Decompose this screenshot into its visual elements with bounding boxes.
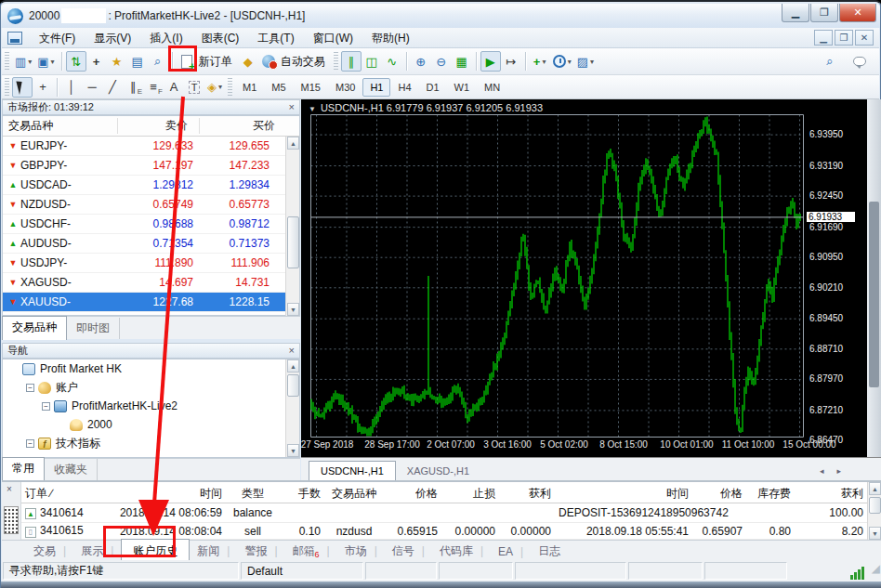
restore-button[interactable]: ❐ [810,4,838,22]
collapse-icon[interactable]: − [42,402,50,411]
scroll-down-button[interactable]: ▼ [869,527,881,540]
market-watch-row[interactable]: ▼USDJPY-111.890111.906 [3,254,299,273]
chart-tab-USDCNH-,H1[interactable]: USDCNH-,H1 [309,461,396,480]
market-watch-row[interactable]: ▲AUDUSD-0.713540.71373 [3,234,299,254]
toolbar-grip[interactable] [5,78,9,97]
terminal-tab-信号[interactable]: 信号| [385,541,432,562]
scroll-thumb[interactable] [287,374,299,397]
market-watch-row[interactable]: ▼GBPJPY-147.197147.233 [3,156,299,176]
bar-chart-button[interactable]: ∥ [341,51,362,72]
terminal-tab-邮箱[interactable]: 邮箱6| [285,541,337,562]
trendline-button[interactable]: ╱ [102,77,123,98]
terminal-button[interactable]: ▤ [127,51,148,72]
crosshair-button[interactable]: + [33,77,53,98]
market-watch-row[interactable]: ▼XAGUSD-14.69714.731 [3,273,299,293]
menu-item-t[interactable]: 工具(T) [248,29,303,47]
navigator-tab-收藏夹[interactable]: 收藏夹 [45,459,98,480]
templates-button[interactable]: ▨▾ [574,51,597,72]
column-止损[interactable]: 止损 [441,486,499,502]
chart-shift-button[interactable]: ↦ [501,51,521,72]
indicators-button[interactable]: +▾ [530,51,550,72]
scroll-up-button[interactable]: ▲ [869,482,881,495]
child-minimize-button[interactable]: ▁ [814,30,833,46]
timeframe-m30[interactable]: M30 [328,78,362,97]
horizontal-line-button[interactable]: ─ [82,77,102,98]
column-获利[interactable]: 获利 [499,486,555,502]
column-时间[interactable]: 时间 [555,486,692,502]
menu-item-v[interactable]: 显示(V) [85,29,140,47]
market-watch-tab-交易品种[interactable]: 交易品种 [2,316,67,340]
close-button[interactable]: ✕ [839,4,876,22]
column-类型[interactable]: 类型 [226,486,280,502]
tab-scroll-left-icon[interactable]: ◂ [820,466,837,476]
shapes-button[interactable]: ◈▾ [204,77,225,98]
autotrading-button[interactable] [258,51,279,72]
tab-scroll-right-icon[interactable]: ▸ [836,466,854,476]
minimize-button[interactable]: ▁ [782,4,809,22]
collapse-icon[interactable]: − [26,439,34,448]
timeframe-m15[interactable]: M15 [294,78,328,97]
timeframe-m1[interactable]: M1 [235,78,264,97]
chat-button[interactable] [849,51,870,72]
scroll-up-button[interactable]: ▲ [287,359,299,372]
market-watch-row[interactable]: ▲USDCHF-0.986880.98712 [3,215,299,234]
scroll-thumb[interactable] [287,216,299,268]
column-价格[interactable]: 价格 [692,486,746,502]
market-watch-row[interactable]: ▼XAUUSD-1227.681228.15 [3,293,299,312]
line-chart-button[interactable]: ∿ [382,51,402,72]
vertical-line-button[interactable]: │ [61,77,82,98]
chart-tab-XAGUSD-,H1[interactable]: XAGUSD-,H1 [396,462,480,480]
title-bar[interactable]: 20000 : ProfitMarketHK-Live2 - [USDCNH-,… [1,4,880,28]
data-window-button[interactable]: + [86,51,107,72]
candlestick-chart[interactable] [309,113,809,438]
market-watch-button[interactable]: ⇅ [66,51,86,72]
close-icon[interactable]: × [7,484,12,494]
search-button[interactable]: ⌕ [820,51,840,72]
column-库存费[interactable]: 库存费 [746,486,795,502]
menu-item-w[interactable]: 窗口(W) [304,29,362,47]
timeframe-w1[interactable]: W1 [447,78,478,97]
tile-windows-button[interactable]: ▦ [452,51,472,72]
resize-grip[interactable]: ◢ [872,562,880,580]
scroll-up-button[interactable]: ▲ [287,137,299,150]
column-手数[interactable]: 手数 [280,486,324,502]
fibonacci-button[interactable]: ≡F [143,77,164,98]
toolbar-grip[interactable] [5,52,9,71]
terminal-tab-市场[interactable]: 市场| [337,541,385,562]
new-order-label[interactable]: 新订单 [199,54,232,70]
menu-item-c[interactable]: 图表(C) [192,29,249,47]
autotrading-label[interactable]: 自动交易 [281,54,325,70]
toolbar-grip[interactable] [228,78,232,97]
market-watch-tab-即时图[interactable]: 即时图 [67,318,120,339]
close-icon[interactable]: × [289,102,295,112]
market-watch-header[interactable]: 交易品种 卖价 买价 [3,116,299,137]
chart-window[interactable]: ▼USDCNH-,H1 6.91779 6.91937 6.91205 6.91… [301,99,881,480]
cursor-button[interactable] [12,77,33,98]
zoom-out-button[interactable]: ⊖ [431,51,452,72]
market-watch-row[interactable]: ▼EURJPY-129.633129.655 [3,137,299,156]
terminal-tab-日志[interactable]: 日志 [531,541,568,562]
market-watch-scrollbar[interactable]: ▲ ▼ [285,137,299,316]
scroll-down-button[interactable]: ▼ [287,303,299,316]
column-ask[interactable]: 买价 [199,118,281,134]
channel-button[interactable]: ∥E [123,77,143,98]
periods-button[interactable]: ▾ [550,51,574,72]
status-profile[interactable]: Default [241,562,363,580]
table-row[interactable]: ▲34106142018.09.14 08:06:59balanceDEPOSI… [21,503,868,523]
terminal-tab-EA[interactable]: EA| [491,542,531,561]
terminal-tab-交易[interactable]: 交易| [26,541,73,562]
tree-item-accounts[interactable]: −账户 [3,378,299,397]
profiles-button[interactable]: ▣▾ [34,51,57,72]
child-restore-button[interactable]: ❐ [835,30,853,46]
menu-item-i[interactable]: 插入(I) [140,29,191,47]
menu-item-f[interactable]: 文件(F) [30,29,85,47]
column-symbol[interactable]: 交易品种 [3,118,117,134]
column-交易品种[interactable]: 交易品种 [324,486,384,502]
terminal-tab-新闻[interactable]: 新闻| [190,541,237,562]
auto-scroll-button[interactable]: ▶ [480,51,501,72]
strategy-tester-button[interactable]: ⌕ [148,51,168,72]
close-icon[interactable]: × [289,346,295,356]
terminal-tab-代码库[interactable]: 代码库| [432,541,491,562]
toolbar-grip[interactable] [334,52,338,71]
tree-item-server[interactable]: −ProfitMarketHK-Live2 [3,397,299,415]
